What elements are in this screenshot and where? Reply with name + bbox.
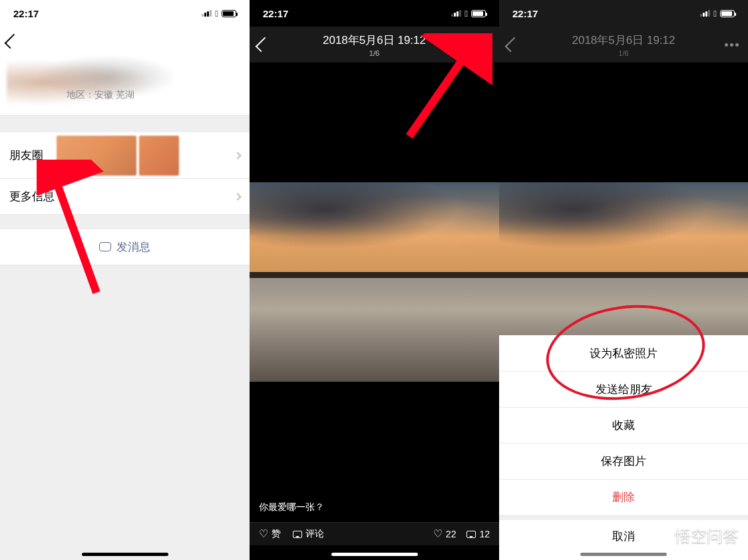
nav-counter: 1/6 <box>618 49 628 57</box>
battery-icon <box>720 10 735 17</box>
comment-icon <box>467 531 476 538</box>
status-bar: 22:17 􀙇 <box>0 0 250 27</box>
sheet-favorite[interactable]: 收藏 <box>499 407 748 443</box>
photo-image <box>250 182 499 382</box>
nav-counter: 1/6 <box>369 49 379 57</box>
comment-icon <box>293 531 302 538</box>
like-button[interactable]: ♡ 赞 <box>259 528 281 540</box>
comment-button[interactable]: 评论 <box>293 528 324 540</box>
profile-header: 地区：安徽 芜湖 <box>0 56 250 116</box>
wifi-icon: 􀙇 <box>465 9 468 19</box>
photo-caption: 你最爱哪一张？ <box>250 495 499 520</box>
panel-action-sheet: 22:17 􀙇 2018年5月6日 19:12 1/6 设为私密照片 发送给朋友… <box>499 0 748 560</box>
profile-avatar-redacted <box>7 56 173 109</box>
caption-text: 你最爱哪一张？ <box>259 501 324 512</box>
chevron-right-icon <box>234 193 241 200</box>
like-count-value: 22 <box>446 529 457 539</box>
nav-title: 2018年5月6日 19:12 <box>572 33 675 48</box>
status-icons: 􀙇 <box>700 9 735 19</box>
chevron-right-icon <box>234 152 241 159</box>
wifi-icon: 􀙇 <box>713 9 717 19</box>
home-indicator <box>331 553 418 556</box>
heart-icon: ♡ <box>433 529 443 539</box>
status-bar: 22:17 􀙇 <box>250 0 499 27</box>
comment-count: 12 <box>467 529 490 539</box>
status-time: 22:17 <box>263 8 288 19</box>
profile-region-label: 地区：安徽 芜湖 <box>67 89 134 101</box>
status-bar: 22:17 􀙇 <box>499 0 748 27</box>
sheet-gap <box>499 515 748 520</box>
watermark-text: 悟空问答 <box>675 525 739 547</box>
back-icon[interactable] <box>5 34 20 49</box>
status-time: 22:17 <box>13 8 39 19</box>
home-indicator <box>82 553 168 556</box>
status-icons: 􀙇 <box>451 9 486 19</box>
panel-photo-viewer: 22:17 􀙇 2018年5月6日 19:12 1/6 你最爱哪一张？ ♡ 赞 <box>250 0 499 560</box>
panel-profile: 22:17 􀙇 地区：安徽 芜湖 朋友圈 更多信息 发消息 <box>0 0 250 560</box>
nav-title-area: 2018年5月6日 19:12 1/6 <box>499 33 748 57</box>
battery-icon <box>222 10 236 17</box>
status-time: 22:17 <box>512 8 538 19</box>
like-label: 赞 <box>272 528 281 540</box>
annotation-arrow <box>399 33 492 146</box>
nav-bar <box>0 27 250 56</box>
like-count: ♡ 22 <box>433 529 457 539</box>
nav-bar: 2018年5月6日 19:12 1/6 <box>499 27 748 63</box>
signal-icon <box>451 10 461 17</box>
svg-line-1 <box>409 50 469 136</box>
signal-icon <box>700 10 710 17</box>
comment-label: 评论 <box>305 528 324 540</box>
annotation-arrow <box>37 160 116 306</box>
battery-icon <box>471 10 486 17</box>
signal-icon <box>202 10 212 17</box>
wifi-icon: 􀙇 <box>215 9 218 19</box>
sheet-save-image[interactable]: 保存图片 <box>499 443 748 479</box>
moments-thumb <box>139 136 179 176</box>
photo-action-bar: ♡ 赞 评论 ♡ 22 12 <box>250 522 499 545</box>
send-message-label: 发消息 <box>116 239 150 255</box>
svg-line-0 <box>53 173 96 293</box>
section-spacer <box>0 116 250 132</box>
sheet-delete[interactable]: 删除 <box>499 479 748 515</box>
watermark: 悟空问答 <box>647 525 739 547</box>
heart-icon: ♡ <box>259 529 268 539</box>
watermark-logo-icon <box>647 526 669 546</box>
home-indicator <box>580 553 667 556</box>
comment-count-value: 12 <box>479 529 490 539</box>
status-icons: 􀙇 <box>202 9 236 19</box>
